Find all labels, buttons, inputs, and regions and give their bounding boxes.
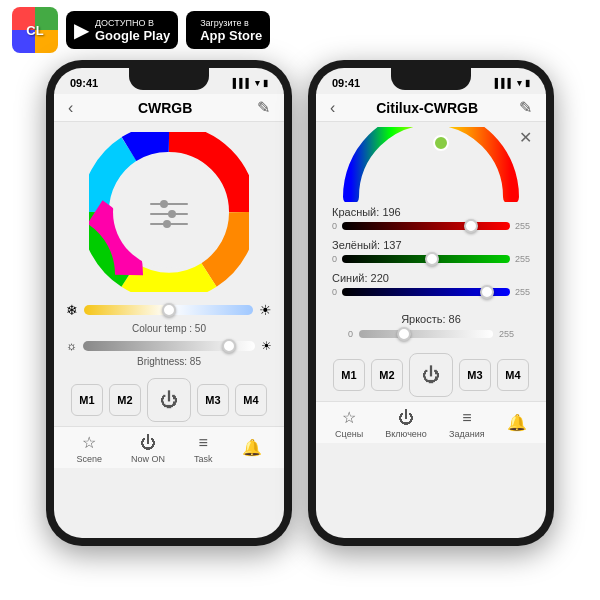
alarm-icon-left: 🔔 xyxy=(242,438,262,457)
scene-nav-right[interactable]: ☆ Сцены xyxy=(335,408,363,439)
color-arc-svg xyxy=(341,127,521,202)
power-button-right[interactable]: ⏻ xyxy=(409,353,453,397)
bottom-nav-right: ☆ Сцены ⏻ Включено ≡ Задания 🔔 xyxy=(316,401,546,443)
red-track[interactable] xyxy=(342,222,510,230)
red-slider-row: Красный: 196 0 255 xyxy=(332,206,530,231)
svg-point-5 xyxy=(168,210,176,218)
brightness-section-right: Яркость: 86 0 255 xyxy=(316,309,546,345)
scene-nav-left[interactable]: ☆ Scene xyxy=(76,433,102,464)
google-play-badge[interactable]: ▶ ДОСТУПНО В Google Play xyxy=(66,11,178,49)
power-nav-right[interactable]: ⏻ Включено xyxy=(385,409,427,439)
red-thumb[interactable] xyxy=(464,219,478,233)
temp-cold-icon: ❄ xyxy=(66,302,78,318)
temp-slider-label: Colour temp : 50 xyxy=(54,322,284,337)
app-nav-right: ‹ Citilux-CWRGB ✎ xyxy=(316,94,546,122)
power-icon-left: ⏻ xyxy=(160,390,178,411)
blue-max: 255 xyxy=(515,287,530,297)
green-label: Зелёный: 137 xyxy=(332,239,530,251)
phone-left-screen: 09:41 ▌▌▌ ▾ ▮ ‹ CWRGB ✎ xyxy=(54,68,284,538)
battery-icon-left: ▮ xyxy=(263,78,268,88)
red-max: 255 xyxy=(515,221,530,231)
battery-icon-right: ▮ xyxy=(525,78,530,88)
temp-slider-thumb[interactable] xyxy=(162,303,176,317)
notch-right xyxy=(391,68,471,90)
task-label-right: Задания xyxy=(449,429,485,439)
alarm-nav-right[interactable]: 🔔 xyxy=(507,413,527,434)
alarm-icon-right: 🔔 xyxy=(507,413,527,432)
google-play-icon: ▶ xyxy=(74,18,89,42)
edit-button-left[interactable]: ✎ xyxy=(257,98,270,117)
color-wheel[interactable] xyxy=(89,132,249,292)
memory-buttons-right: M1 M2 ⏻ M3 M4 xyxy=(316,345,546,401)
color-wheel-section xyxy=(54,122,284,298)
temp-slider-row: ❄ ☀ xyxy=(54,298,284,322)
scene-icon-left: ☆ xyxy=(82,433,96,452)
power-nav-icon-left: ⏻ xyxy=(140,434,156,452)
m3-button-right[interactable]: M3 xyxy=(459,359,491,391)
bright-slider-thumb[interactable] xyxy=(222,339,236,353)
brightness-slider-wrap-right: 0 255 xyxy=(332,329,530,339)
bright-min-right: 0 xyxy=(348,329,353,339)
bottom-nav-left: ☆ Scene ⏻ Now ON ≡ Task 🔔 xyxy=(54,426,284,468)
google-play-text: ДОСТУПНО В Google Play xyxy=(95,18,170,43)
app-nav-left: ‹ CWRGB ✎ xyxy=(54,94,284,122)
bright-track-right[interactable] xyxy=(359,330,493,338)
back-button-left[interactable]: ‹ xyxy=(68,99,73,117)
blue-slider-wrap: 0 255 xyxy=(332,287,530,297)
signal-icon-left: ▌▌▌ xyxy=(233,78,252,88)
m4-button-right[interactable]: M4 xyxy=(497,359,529,391)
task-icon-right: ≡ xyxy=(462,409,471,427)
green-thumb[interactable] xyxy=(425,252,439,266)
blue-thumb[interactable] xyxy=(480,285,494,299)
blue-min: 0 xyxy=(332,287,337,297)
time-right: 09:41 xyxy=(332,77,360,89)
svg-point-8 xyxy=(434,136,448,150)
svg-point-3 xyxy=(160,200,168,208)
edit-button-right[interactable]: ✎ xyxy=(519,98,532,117)
app-store-badge[interactable]: Загрузите в App Store xyxy=(186,11,270,49)
blue-track[interactable] xyxy=(342,288,510,296)
power-nav-label-right: Включено xyxy=(385,429,427,439)
red-slider-wrap: 0 255 xyxy=(332,221,530,231)
app-store-text: Загрузите в App Store xyxy=(200,18,262,43)
bright-max-right: 255 xyxy=(499,329,514,339)
power-button-left[interactable]: ⏻ xyxy=(147,378,191,422)
m2-button-left[interactable]: M2 xyxy=(109,384,141,416)
phone-left: 09:41 ▌▌▌ ▾ ▮ ‹ CWRGB ✎ xyxy=(46,60,292,546)
brightness-label-right: Яркость: 86 xyxy=(332,313,530,325)
power-nav-left[interactable]: ⏻ Now ON xyxy=(131,434,165,464)
m4-button-left[interactable]: M4 xyxy=(235,384,267,416)
green-slider-wrap: 0 255 xyxy=(332,254,530,264)
bright-thumb-right[interactable] xyxy=(397,327,411,341)
m3-button-left[interactable]: M3 xyxy=(197,384,229,416)
scene-icon-right: ☆ xyxy=(342,408,356,427)
phones-container: 09:41 ▌▌▌ ▾ ▮ ‹ CWRGB ✎ xyxy=(0,60,600,546)
temp-slider-track[interactable] xyxy=(84,305,253,315)
power-icon-right: ⏻ xyxy=(422,365,440,386)
task-nav-right[interactable]: ≡ Задания xyxy=(449,409,485,439)
m2-button-right[interactable]: M2 xyxy=(371,359,403,391)
phone-right: 09:41 ▌▌▌ ▾ ▮ ‹ Citilux-CWRGB ✎ xyxy=(308,60,554,546)
task-icon-left: ≡ xyxy=(199,434,208,452)
phone-right-screen: 09:41 ▌▌▌ ▾ ▮ ‹ Citilux-CWRGB ✎ xyxy=(316,68,546,538)
bright-slider-track[interactable] xyxy=(83,341,255,351)
close-button-right[interactable]: ✕ xyxy=(519,128,532,147)
m1-button-right[interactable]: M1 xyxy=(333,359,365,391)
header-bar: CL ▶ ДОСТУПНО В Google Play Загрузите в … xyxy=(0,0,600,60)
wifi-icon-left: ▾ xyxy=(255,78,260,88)
cl-logo: CL xyxy=(12,7,58,53)
task-nav-left[interactable]: ≡ Task xyxy=(194,434,213,464)
scene-label-right: Сцены xyxy=(335,429,363,439)
green-track[interactable] xyxy=(342,255,510,263)
color-arc-section: ✕ xyxy=(316,122,546,202)
temp-warm-icon: ☀ xyxy=(259,302,272,318)
alarm-nav-left[interactable]: 🔔 xyxy=(242,438,262,459)
m1-button-left[interactable]: M1 xyxy=(71,384,103,416)
app-title-left: CWRGB xyxy=(138,100,192,116)
task-label-left: Task xyxy=(194,454,213,464)
signal-icon-right: ▌▌▌ xyxy=(495,78,514,88)
green-max: 255 xyxy=(515,254,530,264)
back-button-right[interactable]: ‹ xyxy=(330,99,335,117)
red-min: 0 xyxy=(332,221,337,231)
green-min: 0 xyxy=(332,254,337,264)
